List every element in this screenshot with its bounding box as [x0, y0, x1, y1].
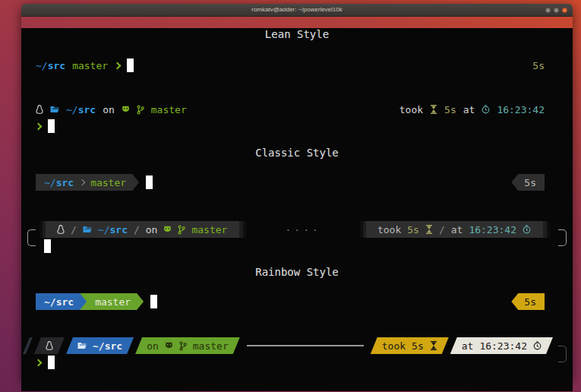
rainbow-prompt-2-line1: ~/src on master took 5s at 16:23:42: [21, 337, 573, 354]
folder-icon: [83, 226, 92, 233]
os-segment: [34, 337, 65, 354]
git-branch-label: master: [191, 224, 227, 236]
lean-prompt-1: ~/src master 5s: [21, 57, 573, 74]
classic-prompt-2: / ~/src / on master ···· took 5s /: [21, 221, 573, 254]
github-icon: [165, 342, 173, 349]
segment-fade: [360, 221, 369, 238]
on-label: on: [147, 340, 159, 352]
terminal-window: romkatv@adder: ~/powerlevel10k Lean Styl…: [21, 4, 573, 380]
directory-segment: ~/src: [36, 293, 87, 310]
took-label: took: [399, 104, 423, 115]
took-label: took: [382, 340, 406, 352]
prompt-frame-left: [27, 229, 36, 246]
segment-separator-icon: [79, 179, 85, 185]
window-title: romkatv@adder: ~/powerlevel10k: [21, 4, 573, 16]
duration-segment: took 5s: [371, 337, 449, 354]
duration-label: 5s: [407, 224, 419, 236]
git-branch-segment: master: [80, 293, 144, 310]
at-label: at: [462, 340, 474, 352]
lean-prompt-2-line1: ~/src on master took 5s at 16:23:42: [21, 101, 573, 118]
classic-prompt-2-line2: [21, 238, 573, 254]
window-titlebar[interactable]: romkatv@adder: ~/powerlevel10k: [21, 4, 573, 17]
duration-label: 5s: [532, 60, 545, 71]
github-icon: [163, 226, 172, 233]
hourglass-icon: [430, 341, 437, 350]
maximize-button-icon[interactable]: [554, 8, 559, 13]
git-branch-icon: [178, 225, 185, 235]
directory-path: ~/src: [36, 60, 65, 71]
git-branch-label: master: [90, 177, 126, 188]
git-branch-label: master: [193, 340, 229, 352]
cursor-block[interactable]: [150, 295, 157, 308]
time-segment: at 16:23:42: [450, 337, 553, 354]
minimize-button-icon[interactable]: [545, 8, 551, 13]
gap-filler-line: [247, 345, 364, 346]
duration-label: 5s: [524, 177, 536, 188]
tux-os-icon: [46, 341, 53, 350]
time-label: 16:23:42: [469, 224, 516, 236]
segment-start-sliver: [23, 337, 33, 354]
duration-segment: 5s: [511, 174, 545, 191]
git-branch-segment: on master: [135, 337, 240, 354]
at-label: at: [451, 224, 463, 236]
github-icon: [122, 106, 130, 113]
tux-os-icon: [36, 105, 43, 114]
time-label: 16:23:42: [497, 104, 545, 115]
prompt-chevron-icon: [35, 359, 43, 366]
directory-segment: ~/src: [66, 337, 134, 354]
slash-separator: /: [134, 224, 140, 236]
segment-fade: [539, 221, 550, 238]
duration-label: 5s: [412, 340, 424, 352]
window-controls: [545, 8, 567, 13]
slash-separator: /: [71, 224, 77, 236]
rainbow-prompt-2-line2: [21, 354, 573, 371]
terminal-body[interactable]: Lean Style ~/src master 5s ~/src on mast…: [21, 28, 573, 391]
cursor-block[interactable]: [48, 119, 55, 133]
git-branch-label: master: [72, 60, 108, 71]
folder-icon: [50, 106, 59, 113]
rainbow-style-heading: Rainbow Style: [21, 266, 573, 279]
powerline-segment: ~/src master: [36, 174, 139, 191]
on-label: on: [146, 224, 158, 236]
cursor-block[interactable]: [48, 356, 55, 369]
duration-label: 5s: [444, 104, 456, 115]
git-branch-label: master: [151, 104, 187, 115]
git-branch-icon: [137, 105, 144, 115]
classic-prompt-2-line1: / ~/src / on master ···· took 5s /: [21, 221, 573, 238]
clock-icon: [523, 225, 531, 234]
directory-path: ~/src: [93, 340, 122, 352]
duration-segment: 5s: [511, 293, 545, 310]
folder-icon: [77, 342, 87, 349]
duration-label: 5s: [524, 296, 536, 308]
classic-prompt-1: ~/src master 5s: [21, 174, 573, 191]
rainbow-prompt-2: ~/src on master took 5s at 16:23:42: [21, 337, 573, 371]
at-label: at: [463, 104, 475, 115]
segment-fade: [235, 221, 246, 238]
lean-style-heading: Lean Style: [21, 28, 573, 41]
cursor-block[interactable]: [146, 175, 153, 189]
slash-separator: /: [439, 224, 445, 236]
clock-icon: [482, 105, 490, 114]
prompt-frame-right: [558, 229, 567, 246]
rainbow-prompt-1: ~/src master 5s: [21, 293, 573, 310]
git-branch-label: master: [95, 296, 131, 308]
prompt-chevron-icon: [114, 62, 122, 69]
directory-path: ~/src: [44, 177, 74, 188]
git-branch-icon: [179, 341, 187, 351]
hourglass-icon: [430, 105, 437, 114]
prompt-frame-right: [558, 346, 567, 362]
directory-path: ~/src: [44, 296, 74, 308]
time-label: 16:23:42: [479, 340, 527, 352]
prompt-chevron-icon: [35, 122, 43, 130]
segment-fade: [39, 221, 49, 238]
tux-os-icon: [57, 225, 65, 234]
directory-path: ~/src: [98, 224, 128, 236]
cursor-block[interactable]: [127, 58, 134, 72]
cursor-block[interactable]: [44, 239, 51, 253]
close-button-icon[interactable]: [562, 8, 567, 13]
hourglass-icon: [425, 225, 433, 234]
powerline-segment: / ~/src / on master: [49, 221, 235, 238]
classic-style-heading: Classic Style: [21, 147, 573, 160]
powerline-segment: took 5s / at 16:23:42: [369, 221, 539, 238]
directory-path: ~/src: [66, 104, 96, 115]
